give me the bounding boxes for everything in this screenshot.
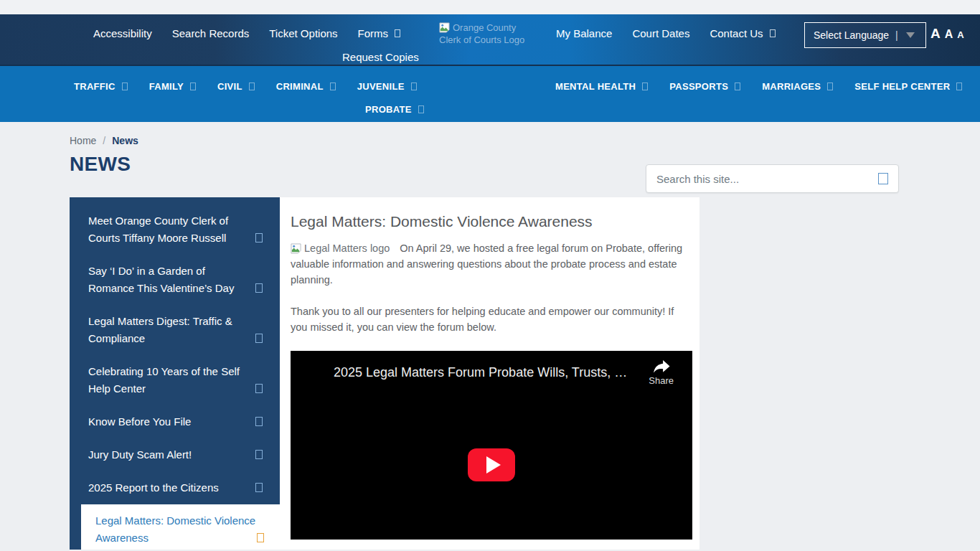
sidebar-item-legal-matters-digest[interactable]: Legal Matters Digest: Traffic & Complian… (70, 305, 280, 355)
search-icon[interactable] (878, 173, 888, 184)
sidebar-item-jury-duty-scam[interactable]: Jury Duty Scam Alert! (70, 438, 280, 471)
font-size-small-button[interactable]: A (957, 29, 963, 40)
content-columns: Meet Orange County Clerk of Courts Tiffa… (70, 197, 899, 550)
main-navigation-bar: TRAFFIC FAMILY CIVIL CRIMINAL JUVENILE P… (0, 66, 980, 122)
ticket-options-link[interactable]: Ticket Options (269, 27, 337, 39)
top-utility-bar: Accessibility Search Records Ticket Opti… (0, 14, 980, 66)
link-box-icon (257, 533, 264, 542)
accessibility-link[interactable]: Accessibility (93, 27, 152, 39)
nav-juvenile[interactable]: JUVENILE (357, 81, 417, 92)
utility-nav-left: Accessibility Search Records Ticket Opti… (93, 14, 419, 63)
nav-traffic[interactable]: TRAFFIC (74, 81, 128, 92)
link-box-icon (255, 483, 263, 492)
search-records-link[interactable]: Search Records (172, 27, 250, 39)
legal-matters-logo-missing-image: Legal Matters logo (291, 242, 390, 254)
dropdown-box-icon (395, 29, 400, 37)
dropdown-box-icon (249, 83, 255, 90)
sidebar-item-know-before-you-file[interactable]: Know Before You File (70, 405, 280, 438)
dropdown-box-icon (122, 83, 128, 90)
dropdown-box-icon (827, 83, 833, 90)
browser-top-strip (0, 0, 980, 14)
play-button[interactable] (468, 448, 515, 481)
share-arrow-icon (652, 359, 671, 375)
court-dates-link[interactable]: Court Dates (632, 27, 689, 39)
dropdown-box-icon (735, 83, 740, 90)
font-size-large-button[interactable]: A (930, 26, 941, 42)
my-balance-link[interactable]: My Balance (556, 27, 612, 39)
nav-family[interactable]: FAMILY (149, 81, 196, 92)
news-sidebar: Meet Orange County Clerk of Courts Tiffa… (70, 197, 280, 550)
link-box-icon (255, 450, 263, 459)
logo-alt-text: Orange County Clerk of Courts Logo (439, 22, 524, 45)
dropdown-box-icon (642, 83, 648, 90)
site-search (646, 164, 899, 193)
language-selector[interactable]: Select Language | (804, 22, 926, 48)
broken-image-icon (439, 22, 450, 33)
nav-civil[interactable]: CIVIL (217, 81, 255, 92)
forms-menu[interactable]: Forms (358, 27, 401, 39)
nav-mental-health[interactable]: MENTAL HEALTH (555, 81, 648, 92)
nav-marriages[interactable]: MARRIAGES (762, 81, 833, 92)
search-input[interactable] (656, 173, 878, 185)
main-nav-left: TRAFFIC FAMILY CIVIL CRIMINAL JUVENILE (74, 81, 417, 92)
site-logo[interactable]: Orange County Clerk of Courts Logo (439, 22, 540, 46)
breadcrumb-current: News (112, 135, 138, 146)
link-box-icon (255, 417, 263, 426)
sidebar-item-say-i-do[interactable]: Say ‘I Do’ in a Garden of Romance This V… (70, 255, 280, 305)
article-paragraph-2: Thank you to all our presenters for help… (291, 303, 692, 335)
broken-image-icon (291, 243, 301, 254)
utility-nav-right: My Balance Court Dates Contact Us (556, 27, 776, 39)
video-title-link[interactable]: 2025 Legal Matters Forum Probate Wills, … (334, 365, 628, 380)
dropdown-box-icon (411, 83, 417, 90)
nav-self-help-center[interactable]: SELF HELP CENTER (854, 81, 962, 92)
play-icon (486, 456, 501, 474)
dropdown-box-icon (330, 83, 336, 90)
dropdown-box-icon (418, 105, 424, 113)
sidebar-item-2025-report[interactable]: 2025 Report to the Citizens (70, 471, 280, 504)
article-title: Legal Matters: Domestic Violence Awarene… (291, 213, 692, 230)
nav-criminal[interactable]: CRIMINAL (276, 81, 336, 92)
link-box-icon (255, 384, 263, 393)
article: Legal Matters: Domestic Violence Awarene… (280, 197, 699, 550)
chevron-down-icon (906, 32, 915, 38)
breadcrumb: Home / News (70, 135, 899, 146)
breadcrumb-separator: / (103, 135, 105, 146)
sidebar-item-domestic-violence-active[interactable]: Legal Matters: Domestic Violence Awarene… (81, 504, 280, 550)
font-size-controls: A A A (930, 26, 964, 42)
share-button[interactable]: Share (649, 359, 674, 386)
sidebar-item-meet-clerk[interactable]: Meet Orange County Clerk of Courts Tiffa… (70, 204, 280, 255)
dropdown-box-icon (956, 83, 962, 90)
sidebar-item-self-help-10-years[interactable]: Celebrating 10 Years of the Self Help Ce… (70, 355, 280, 405)
link-box-icon (255, 334, 263, 343)
youtube-video-embed[interactable]: 2025 Legal Matters Forum Probate Wills, … (291, 351, 692, 540)
nav-passports[interactable]: PASSPORTS (669, 81, 740, 92)
nav-probate[interactable]: PROBATE (365, 104, 424, 115)
link-box-icon (255, 283, 263, 293)
page-content: Home / News NEWS Meet Orange County Cler… (0, 135, 980, 550)
main-nav-right: MENTAL HEALTH PASSPORTS MARRIAGES SELF H… (555, 81, 962, 92)
breadcrumb-home-link[interactable]: Home (70, 135, 96, 146)
link-box-icon (255, 233, 263, 242)
contact-us-menu[interactable]: Contact Us (710, 27, 775, 39)
dropdown-box-icon (770, 29, 776, 37)
request-copies-link[interactable]: Request Copies (342, 51, 419, 63)
font-size-medium-button[interactable]: A (945, 28, 953, 41)
dropdown-box-icon (190, 83, 196, 90)
article-paragraph-1: Legal Matters logoOn April 29, we hosted… (291, 240, 692, 288)
